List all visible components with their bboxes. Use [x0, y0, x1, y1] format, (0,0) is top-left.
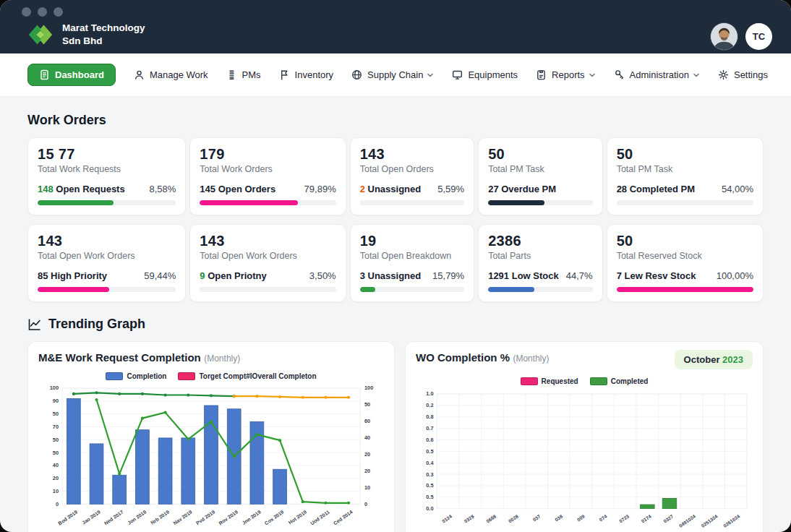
svg-text:Cox 2019: Cox 2019 [264, 509, 285, 525]
right-chart-title: WO Completion % [416, 351, 510, 364]
svg-text:009: 009 [576, 513, 586, 522]
left-chart-legend: CompletionTorget Compt#IOverall Completo… [38, 371, 384, 381]
card-stat-text: 28 Completed PM [617, 184, 695, 194]
nav-item-label: Reports [552, 69, 585, 80]
card-stat-percent: 54,00% [722, 184, 753, 194]
initials-avatar[interactable]: TC [745, 23, 772, 50]
svg-text:60: 60 [364, 418, 370, 424]
legend-item-requested[interactable]: Requested [521, 377, 578, 385]
month-filter-button[interactable]: October 2023 [675, 350, 753, 369]
stat-card-total-pm-task-overdue-pm: 50Total PM Task27 Overdue PM [478, 137, 602, 215]
legend-swatch [178, 372, 195, 380]
window-controls [22, 7, 63, 17]
app-header: Marat Technology Sdn Bhd TC [0, 0, 791, 53]
svg-text:20: 20 [364, 468, 370, 474]
left-chart-subtitle: (Monthly) [204, 353, 240, 364]
svg-text:0.8: 0.8 [426, 413, 433, 420]
legend-item-completion[interactable]: Completion [106, 372, 166, 380]
stat-card-total-open-work-orders-open-priotny: 143Total Open Work Orders9 Open Priotny3… [189, 224, 346, 302]
svg-text:Nav 2019: Nav 2019 [172, 509, 193, 525]
card-total-label: Total Work Orders [200, 164, 335, 174]
legend-label: Torget Compt#IOverall Completon [199, 372, 316, 380]
user-icon [134, 69, 145, 80]
svg-text:Jon 2019: Jon 2019 [127, 509, 147, 525]
svg-text:90: 90 [53, 398, 59, 404]
nav-item-dashboard[interactable]: Dashboard [27, 64, 116, 86]
nav-item-label: Supply Chain [367, 69, 423, 80]
stat-card-total-pm-task-completed-pm: 50Total PM Task28 Completed PM54,00% [607, 137, 764, 215]
svg-text:Nrb 2019: Nrb 2019 [150, 509, 170, 525]
svg-text:Uod 2011: Uod 2011 [309, 509, 330, 525]
card-total-label: Total Work Requests [38, 164, 176, 174]
monitor-icon [452, 69, 463, 80]
window-close-button[interactable] [22, 7, 31, 17]
card-stat-text: 1291 Low Stock [488, 270, 559, 281]
svg-text:0174: 0174 [641, 513, 652, 523]
window-maximize-button[interactable] [54, 7, 63, 17]
svg-text:20: 20 [364, 451, 370, 458]
charts-row: M&E Work Request Completion (Monthly) Co… [27, 341, 764, 532]
globe-icon [351, 69, 362, 80]
svg-text:0.3: 0.3 [426, 471, 433, 478]
svg-text:0261024: 0261024 [722, 513, 740, 528]
nav-item-label: Dashboard [55, 69, 104, 80]
card-progress-bar [360, 200, 464, 205]
svg-text:0491024: 0491024 [678, 513, 696, 528]
nav-item-equipments[interactable]: Equipments [452, 69, 518, 80]
nav-item-label: Manage Work [150, 69, 208, 80]
svg-text:Jao 2019: Jao 2019 [81, 509, 101, 525]
nav-item-label: Equipments [468, 69, 518, 80]
card-stat-percent: 100,00% [717, 270, 753, 281]
nav-item-settings[interactable]: Settings [718, 69, 768, 80]
card-stat-percent: 15,79% [432, 270, 464, 281]
svg-text:0.5: 0.5 [426, 494, 433, 500]
card-stat-percent: 44,7% [566, 270, 593, 281]
svg-text:20: 20 [53, 475, 59, 481]
card-stat-percent: 8,58% [149, 184, 176, 194]
left-chart-title: M&E Work Request Completion [38, 351, 201, 364]
window-minimize-button[interactable] [38, 7, 47, 17]
card-stat-text: 9 Open Priotny [200, 270, 266, 281]
card-total-value: 2386 [488, 233, 592, 249]
svg-text:0: 0 [364, 501, 367, 507]
card-progress-bar [360, 287, 464, 292]
chevron-down-icon [427, 72, 434, 79]
nav-item-pms[interactable]: PMs [226, 69, 261, 80]
card-stat-percent: 5,59% [437, 184, 464, 194]
card-stat-percent: 59,44% [144, 270, 176, 281]
svg-text:100: 100 [364, 385, 373, 391]
nav-item-inventory[interactable]: Inventory [279, 69, 333, 80]
right-chart-legend: RequestedCompleted [416, 376, 753, 386]
user-avatar[interactable] [710, 22, 738, 51]
svg-text:0251324: 0251324 [700, 513, 718, 528]
svg-text:50: 50 [53, 450, 59, 456]
legend-item-torget-compt-ioverall-completon[interactable]: Torget Compt#IOverall Completon [178, 372, 316, 380]
nav-item-manage-work[interactable]: Manage Work [134, 69, 208, 80]
legend-item-completed[interactable]: Completed [590, 377, 649, 385]
svg-text:10: 10 [53, 488, 59, 494]
stat-card-total-parts-low-stock: 2386Total Parts1291 Low Stock44,7% [478, 224, 602, 302]
nav-item-reports[interactable]: Reports [536, 69, 596, 80]
card-stat-text: 145 Open Orders [200, 184, 275, 194]
app-window: Marat Technology Sdn Bhd TC DashboardMan… [0, 0, 791, 532]
svg-text:40: 40 [364, 434, 370, 441]
nav-item-label: Settings [734, 69, 768, 80]
legend-label: Completed [611, 377, 649, 385]
svg-text:Bod 2019: Bod 2019 [57, 509, 78, 525]
stat-card-total-work-requests-open-requests: 15 77Total Work Requests148 Open Request… [27, 137, 186, 215]
card-total-label: Total PM Task [617, 164, 753, 174]
right-chart-subtitle: (Monthly) [513, 353, 549, 364]
card-total-label: Total PM Task [488, 164, 592, 174]
nav-item-supply-chain[interactable]: Supply Chain [351, 69, 434, 80]
nav-item-administration[interactable]: Administration [614, 69, 700, 80]
card-progress-bar [617, 200, 753, 205]
svg-text:0.5: 0.5 [426, 482, 433, 489]
nav-item-label: Inventory [295, 69, 333, 80]
card-progress-bar [200, 287, 335, 292]
svg-text:100: 100 [50, 385, 59, 391]
svg-text:0.4: 0.4 [426, 460, 434, 466]
card-total-label: Total Open Work Orders [200, 251, 335, 261]
card-total-label: Total Parts [488, 251, 592, 261]
card-progress-bar [488, 200, 592, 205]
svg-text:Rov 2019: Rov 2019 [218, 509, 239, 525]
